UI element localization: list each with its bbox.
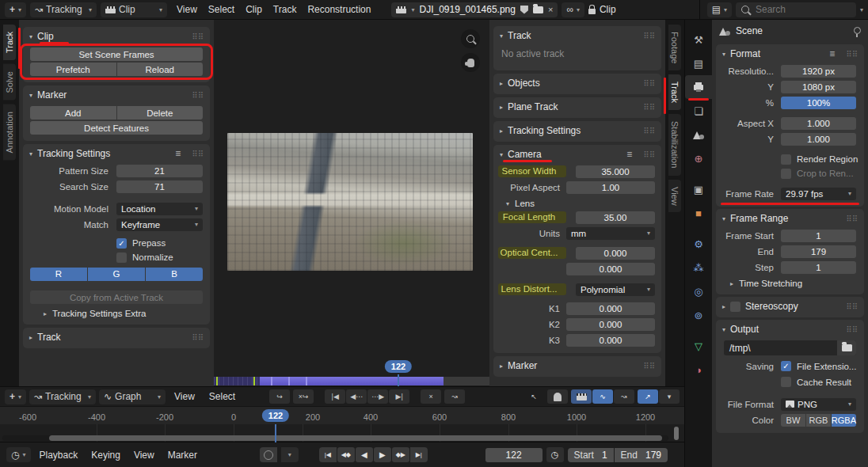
chevron-down-icon[interactable]: ▾ <box>411 6 414 13</box>
prepass-checkbox[interactable] <box>116 238 127 249</box>
pattern-size-field[interactable]: 21 <box>116 165 203 177</box>
add-marker-button[interactable]: Add <box>30 106 116 120</box>
collapsed-caret-icon[interactable]: ▸ <box>730 280 733 287</box>
lens-subpanel-title[interactable]: Lens <box>515 199 535 208</box>
collapsed-caret-icon[interactable]: ▸ <box>500 80 503 87</box>
fake-user-shield-icon[interactable] <box>520 6 528 14</box>
output-path-field[interactable]: /tmp\ <box>724 343 837 354</box>
jump-to-end-button[interactable]: ▶| <box>410 447 428 462</box>
tab-collection-properties[interactable]: ▣ <box>685 177 712 201</box>
tab-scene-properties[interactable] <box>685 123 712 146</box>
lock-scope-icon[interactable] <box>588 9 596 14</box>
tab-render-properties[interactable]: ▤ <box>685 51 712 75</box>
jump-to-start-button[interactable]: |◀ <box>319 447 337 462</box>
tab-world-properties[interactable]: ⊕ <box>685 146 712 170</box>
cache-result-checkbox[interactable] <box>781 377 791 387</box>
panel-grip-handle[interactable]: ⠿⠿ <box>192 91 204 100</box>
clip-view-dropdown[interactable]: Clip ▾ <box>101 2 167 17</box>
match-dropdown[interactable]: Keyframe ▾ <box>116 218 203 231</box>
auto-keying-button[interactable] <box>260 447 277 462</box>
tab-stabilization[interactable]: Stabilization <box>668 114 681 175</box>
mode-dropdown[interactable]: ↝ Tracking ▾ <box>30 2 97 17</box>
collapse-caret-icon[interactable]: ▾ <box>29 92 32 99</box>
tab-material-properties[interactable]: ◑ <box>685 358 712 382</box>
editor-type-button[interactable]: + ▾ <box>5 389 26 404</box>
playhead-line[interactable] <box>398 374 399 386</box>
collapse-caret-icon[interactable]: ▾ <box>500 32 503 40</box>
tab-constraint-properties[interactable]: ⊚ <box>685 303 712 327</box>
collapse-caret-icon[interactable]: ▾ <box>506 200 509 207</box>
menu-select[interactable]: Select <box>203 4 240 15</box>
crop-to-render-region-checkbox[interactable] <box>781 169 791 179</box>
menu-clip[interactable]: Clip <box>240 4 268 15</box>
graph-view-dropdown[interactable]: ∿ Graph ▾ <box>99 389 166 404</box>
menu-select[interactable]: Select <box>204 391 241 402</box>
tab-annotation[interactable]: Annotation <box>3 104 16 161</box>
tab-modifier-properties[interactable]: ⚙ <box>685 232 712 256</box>
panel-grip-handle[interactable]: ⠿⠿ <box>643 150 655 159</box>
panel-grip-handle[interactable]: ⠿⠿ <box>643 32 655 40</box>
prev-frame-button[interactable]: ◀ <box>356 447 373 462</box>
collapse-caret-icon[interactable]: ▾ <box>722 215 725 222</box>
chevron-down-icon[interactable]: ▾ <box>659 389 680 404</box>
optical-center-x-field[interactable]: 0.000 <box>576 247 655 260</box>
editor-options-button[interactable]: ▤ ▾ <box>707 2 732 17</box>
collapse-caret-icon[interactable]: ▾ <box>722 51 725 58</box>
next-marker-icon[interactable]: ⋯▶ <box>367 389 388 404</box>
frame-step-field[interactable]: 1 <box>781 261 856 274</box>
tab-footage[interactable]: Footage <box>668 25 681 70</box>
panel-grip-handle[interactable]: ⠿⠿ <box>192 333 204 342</box>
tracking-settings-extra-label[interactable]: Tracking Settings Extra <box>52 309 146 318</box>
zoom-button[interactable] <box>461 29 480 48</box>
link-dropdown[interactable]: ∞ ▾ <box>562 2 584 17</box>
search-size-field[interactable]: 71 <box>116 180 203 193</box>
resolution-percent-slider[interactable]: 100% <box>781 97 856 109</box>
copy-from-active-track-button[interactable]: Copy from Active Track <box>30 290 203 304</box>
set-scene-frames-button[interactable]: Set Scene Frames <box>30 47 203 61</box>
channel-r-toggle[interactable]: R <box>30 268 87 281</box>
collapsed-caret-icon[interactable]: ▸ <box>722 303 725 310</box>
cursor-tool-icon[interactable]: ↖ <box>523 389 544 404</box>
graph-canvas[interactable] <box>0 424 684 442</box>
horizontal-scrollbar[interactable] <box>2 435 668 441</box>
aspect-x-field[interactable]: 1.000 <box>781 117 856 130</box>
tab-tool-properties[interactable]: ⚒ <box>685 28 712 51</box>
menu-view[interactable]: View <box>171 4 203 15</box>
pan-hand-button[interactable] <box>461 53 480 72</box>
channel-g-toggle[interactable]: G <box>88 268 145 281</box>
panel-grip-handle[interactable]: ⠿⠿ <box>846 325 858 334</box>
collapse-caret-icon[interactable]: ▾ <box>722 326 725 333</box>
clip-name[interactable]: DJI_0919_001465.png <box>419 4 515 15</box>
clip-icon[interactable] <box>396 6 406 13</box>
menu-playback[interactable]: Playback <box>35 450 83 461</box>
lens-distortion-dropdown[interactable]: Polynomial ▾ <box>576 283 655 296</box>
collapsed-caret-icon[interactable]: ▸ <box>29 334 32 341</box>
time-stretching-label[interactable]: Time Stretching <box>739 279 802 288</box>
graph-ruler[interactable]: -600 -400 -200 0 200 400 600 800 1000 12… <box>0 407 684 424</box>
collapsed-caret-icon[interactable]: ▸ <box>500 127 503 135</box>
tab-view-layer-properties[interactable]: ❏ <box>685 99 712 123</box>
current-frame-field[interactable]: 122 <box>485 448 542 462</box>
menu-keying[interactable]: Keying <box>86 450 125 461</box>
scrollbar-handle[interactable] <box>49 435 662 441</box>
jump-start-icon[interactable]: |◀ <box>325 389 345 404</box>
tab-track[interactable]: Track <box>3 25 16 60</box>
delete-curve-icon[interactable]: × <box>421 389 441 404</box>
clip-cache-timeline[interactable] <box>214 377 489 385</box>
presets-icon[interactable]: ≡ <box>175 148 181 159</box>
reload-button[interactable]: Reload <box>117 63 204 76</box>
panel-grip-handle[interactable]: ⠿⠿ <box>643 103 655 112</box>
next-keyframe-button[interactable]: ◆▶ <box>392 447 409 462</box>
presets-icon[interactable]: ≡ <box>626 149 632 160</box>
ghost-frames-icon[interactable] <box>547 389 568 404</box>
curve-check-icon[interactable]: ∿ <box>592 389 613 404</box>
jump-end-icon[interactable]: ▶| <box>389 389 409 404</box>
playhead-line[interactable] <box>275 424 276 442</box>
collapse-caret-icon[interactable]: ▾ <box>29 150 32 158</box>
color-rgba-toggle[interactable]: RGBA <box>832 414 856 427</box>
graph-mode-dropdown[interactable]: ↝ Tracking ▾ <box>29 389 96 404</box>
k1-field[interactable]: 0.000 <box>566 302 655 315</box>
unlink-close-icon[interactable]: × <box>548 5 553 14</box>
resolution-x-field[interactable]: 1920 px <box>781 65 856 78</box>
editor-type-button[interactable]: + ▾ <box>5 2 26 17</box>
